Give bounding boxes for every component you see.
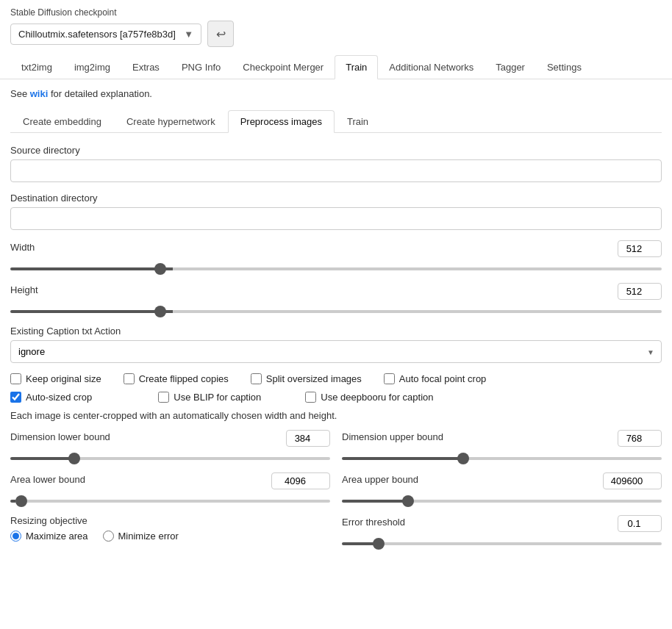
split-oversized-images-label: Split oversized images <box>266 373 362 384</box>
area-lower-value[interactable] <box>271 472 330 489</box>
checkboxes-row-1: Keep original size Create flipped copies… <box>10 373 662 384</box>
dimension-lower-label: Dimension lower bound <box>10 431 110 442</box>
main-tabs: txt2img img2img Extras PNG Info Checkpoi… <box>0 54 672 79</box>
tab-train[interactable]: Train <box>335 55 378 79</box>
tab-tagger[interactable]: Tagger <box>485 55 536 79</box>
sub-tabs: Create embedding Create hypernetwork Pre… <box>10 109 662 133</box>
tab-img2img[interactable]: img2img <box>63 55 121 79</box>
area-upper-bound-group: Area upper bound <box>342 472 662 505</box>
width-label: Width <box>10 242 35 253</box>
existing-caption-select[interactable]: ignore copy prepend append <box>10 340 662 363</box>
destination-directory-group: Destination directory <box>10 193 662 230</box>
auto-focal-point-crop-label: Auto focal point crop <box>399 373 487 384</box>
source-directory-group: Source directory <box>10 145 662 182</box>
dimension-upper-bound-group: Dimension upper bound <box>342 430 662 462</box>
dimension-upper-slider[interactable] <box>342 457 662 460</box>
tab-preprocess-images[interactable]: Preprocess images <box>228 110 335 133</box>
resizing-error-row: Resizing objective Maximize area Minimiz… <box>10 515 662 558</box>
checkboxes-row-2: Auto-sized crop Use BLIP for caption Use… <box>10 392 662 403</box>
auto-sized-crop-label: Auto-sized crop <box>26 392 92 403</box>
use-blip-checkbox[interactable]: Use BLIP for caption <box>158 392 261 403</box>
area-upper-label: Area upper bound <box>342 474 418 485</box>
source-directory-label: Source directory <box>10 145 662 156</box>
area-bounds-row: Area lower bound Area upper bound <box>10 472 662 515</box>
create-flipped-copies-label: Create flipped copies <box>139 373 229 384</box>
dimension-lower-value[interactable] <box>286 430 330 447</box>
arrow-return-icon: ↩ <box>216 27 226 41</box>
minimize-error-radio[interactable]: Minimize error <box>103 531 179 542</box>
dimension-upper-value[interactable] <box>618 430 662 447</box>
maximize-area-radio[interactable]: Maximize area <box>10 531 88 542</box>
area-lower-label: Area lower bound <box>10 474 85 485</box>
checkpoint-dropdown[interactable]: Chilloutmix.safetensors [a757fe8b3d] ▼ <box>10 24 201 45</box>
error-threshold-label: Error threshold <box>342 517 405 528</box>
minimize-error-input[interactable] <box>103 531 114 542</box>
dimension-lower-bound-group: Dimension lower bound <box>10 430 330 462</box>
height-slider[interactable] <box>10 310 662 313</box>
destination-directory-input[interactable] <box>10 207 662 230</box>
tab-create-embedding[interactable]: Create embedding <box>10 110 114 133</box>
use-deepbooru-label: Use deepbooru for caption <box>321 392 433 403</box>
wiki-link[interactable]: wiki <box>30 88 49 99</box>
error-threshold-slider[interactable] <box>342 542 662 545</box>
resizing-objective-group: Resizing objective Maximize area Minimiz… <box>10 515 330 547</box>
auto-focal-point-crop-checkbox[interactable]: Auto focal point crop <box>384 373 487 384</box>
height-value-input[interactable] <box>618 283 662 300</box>
tab-checkpoint-merger[interactable]: Checkpoint Merger <box>232 55 335 79</box>
create-flipped-copies-input[interactable] <box>124 373 135 384</box>
error-threshold-value[interactable] <box>618 515 662 532</box>
tab-create-hypernetwork[interactable]: Create hypernetwork <box>114 110 228 133</box>
destination-directory-label: Destination directory <box>10 193 662 204</box>
split-oversized-images-checkbox[interactable]: Split oversized images <box>251 373 362 384</box>
checkpoint-label: Stable Diffusion checkpoint <box>10 7 662 18</box>
width-value-input[interactable] <box>618 240 662 257</box>
auto-sized-note: Each image is center-cropped with an aut… <box>10 410 662 421</box>
maximize-area-input[interactable] <box>10 531 21 542</box>
keep-original-size-checkbox[interactable]: Keep original size <box>10 373 101 384</box>
dimension-bounds-row: Dimension lower bound Dimension upper bo… <box>10 430 662 472</box>
tab-additional-networks[interactable]: Additional Networks <box>378 55 485 79</box>
existing-caption-label: Existing Caption txt Action <box>10 326 662 337</box>
area-lower-bound-group: Area lower bound <box>10 472 330 505</box>
chevron-down-icon: ▼ <box>184 29 193 40</box>
create-flipped-copies-checkbox[interactable]: Create flipped copies <box>124 373 229 384</box>
dimension-upper-label: Dimension upper bound <box>342 431 443 442</box>
use-deepbooru-input[interactable] <box>305 392 316 403</box>
checkpoint-value: Chilloutmix.safetensors [a757fe8b3d] <box>18 29 176 40</box>
auto-sized-crop-checkbox[interactable]: Auto-sized crop <box>10 392 92 403</box>
tab-extras[interactable]: Extras <box>121 55 171 79</box>
auto-sized-crop-input[interactable] <box>10 392 21 403</box>
use-blip-input[interactable] <box>158 392 169 403</box>
source-directory-input[interactable] <box>10 159 662 182</box>
tab-train-sub[interactable]: Train <box>335 110 381 133</box>
tab-txt2img[interactable]: txt2img <box>10 55 63 79</box>
existing-caption-group: Existing Caption txt Action ignore copy … <box>10 326 662 363</box>
maximize-area-label: Maximize area <box>26 531 88 542</box>
area-lower-slider[interactable] <box>10 500 330 503</box>
tab-pnginfo[interactable]: PNG Info <box>171 55 232 79</box>
keep-original-size-input[interactable] <box>10 373 21 384</box>
tab-settings[interactable]: Settings <box>536 55 593 79</box>
minimize-error-label: Minimize error <box>118 531 179 542</box>
dimension-lower-slider[interactable] <box>10 457 330 460</box>
split-oversized-images-input[interactable] <box>251 373 262 384</box>
use-deepbooru-checkbox[interactable]: Use deepbooru for caption <box>305 392 433 403</box>
info-text: See wiki for detailed explanation. <box>10 88 662 99</box>
area-upper-value[interactable] <box>603 472 662 489</box>
auto-focal-point-crop-input[interactable] <box>384 373 395 384</box>
height-group: Height <box>10 283 662 315</box>
width-slider[interactable] <box>10 267 662 270</box>
resizing-objective-label: Resizing objective <box>10 515 330 526</box>
area-upper-slider[interactable] <box>342 500 662 503</box>
keep-original-size-label: Keep original size <box>26 373 101 384</box>
height-label: Height <box>10 284 38 295</box>
use-blip-label: Use BLIP for caption <box>174 392 261 403</box>
width-group: Width <box>10 240 662 273</box>
load-checkpoint-button[interactable]: ↩ <box>207 21 234 47</box>
error-threshold-group: Error threshold <box>342 515 662 547</box>
